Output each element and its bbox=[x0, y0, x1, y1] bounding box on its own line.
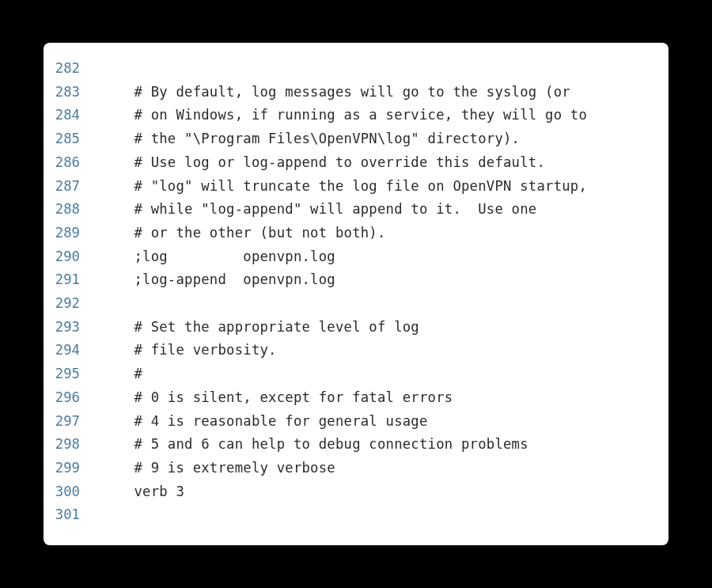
editor-window: 282283 # By default, log messages will g… bbox=[44, 43, 668, 545]
line-content: # while "log-append" will append to it. … bbox=[100, 198, 536, 222]
code-line: 292 bbox=[51, 292, 661, 316]
line-content: # bbox=[100, 362, 142, 386]
line-content: # "log" will truncate the log file on Op… bbox=[100, 175, 587, 199]
code-line: 298 # 5 and 6 can help to debug connecti… bbox=[51, 433, 661, 457]
line-content: # or the other (but not both). bbox=[100, 222, 386, 245]
line-content: # 4 is reasonable for general usage bbox=[100, 410, 428, 434]
line-number: 296 bbox=[51, 386, 100, 410]
code-line: 299 # 9 is extremely verbose bbox=[51, 457, 661, 480]
line-number: 294 bbox=[51, 339, 100, 362]
line-number: 301 bbox=[51, 503, 100, 527]
code-line: 294 # file verbosity. bbox=[51, 339, 661, 362]
code-line: 295 # bbox=[51, 362, 661, 386]
code-line: 289 # or the other (but not both). bbox=[51, 222, 661, 245]
line-content: verb 3 bbox=[100, 480, 184, 504]
line-number: 292 bbox=[51, 292, 100, 316]
line-number: 297 bbox=[51, 410, 100, 434]
code-line: 288 # while "log-append" will append to … bbox=[51, 198, 661, 222]
line-number: 300 bbox=[51, 480, 100, 504]
line-content: # on Windows, if running as a service, t… bbox=[100, 104, 587, 127]
line-number: 298 bbox=[51, 433, 100, 457]
code-line: 286 # Use log or log-append to override … bbox=[51, 151, 661, 175]
line-number: 299 bbox=[51, 457, 100, 480]
line-content: # Set the appropriate level of log bbox=[100, 316, 419, 340]
line-number: 289 bbox=[51, 222, 100, 245]
line-content: ;log openvpn.log bbox=[100, 245, 335, 269]
line-content: # Use log or log-append to override this… bbox=[100, 151, 545, 175]
code-container: 282283 # By default, log messages will g… bbox=[51, 57, 661, 527]
line-content: # 5 and 6 can help to debug connection p… bbox=[100, 433, 528, 457]
line-number: 285 bbox=[51, 127, 100, 151]
line-number: 290 bbox=[51, 245, 100, 269]
line-number: 283 bbox=[51, 81, 100, 104]
line-number: 295 bbox=[51, 362, 100, 386]
code-line: 282 bbox=[51, 57, 661, 81]
line-content: # 9 is extremely verbose bbox=[100, 457, 335, 480]
code-line: 285 # the "\Program Files\OpenVPN\log" d… bbox=[51, 127, 661, 151]
line-content: ;log-append openvpn.log bbox=[100, 268, 335, 292]
line-number: 286 bbox=[51, 151, 100, 175]
line-number: 288 bbox=[51, 198, 100, 222]
line-content: # By default, log messages will go to th… bbox=[100, 81, 570, 104]
line-content: # the "\Program Files\OpenVPN\log" direc… bbox=[100, 127, 520, 151]
code-line: 301 bbox=[51, 503, 661, 527]
code-line: 293 # Set the appropriate level of log bbox=[51, 316, 661, 340]
line-number: 287 bbox=[51, 175, 100, 199]
line-number: 293 bbox=[51, 316, 100, 340]
code-line: 283 # By default, log messages will go t… bbox=[51, 81, 661, 104]
code-line: 287 # "log" will truncate the log file o… bbox=[51, 175, 661, 199]
line-number: 291 bbox=[51, 268, 100, 292]
code-line: 291 ;log-append openvpn.log bbox=[51, 268, 661, 292]
code-line: 297 # 4 is reasonable for general usage bbox=[51, 410, 661, 434]
line-content: # 0 is silent, except for fatal errors bbox=[100, 386, 453, 410]
line-number: 284 bbox=[51, 104, 100, 127]
code-line: 300 verb 3 bbox=[51, 480, 661, 504]
line-number: 282 bbox=[51, 57, 100, 81]
code-line: 290 ;log openvpn.log bbox=[51, 245, 661, 269]
code-line: 284 # on Windows, if running as a servic… bbox=[51, 104, 661, 127]
line-content: # file verbosity. bbox=[100, 339, 277, 362]
code-line: 296 # 0 is silent, except for fatal erro… bbox=[51, 386, 661, 410]
